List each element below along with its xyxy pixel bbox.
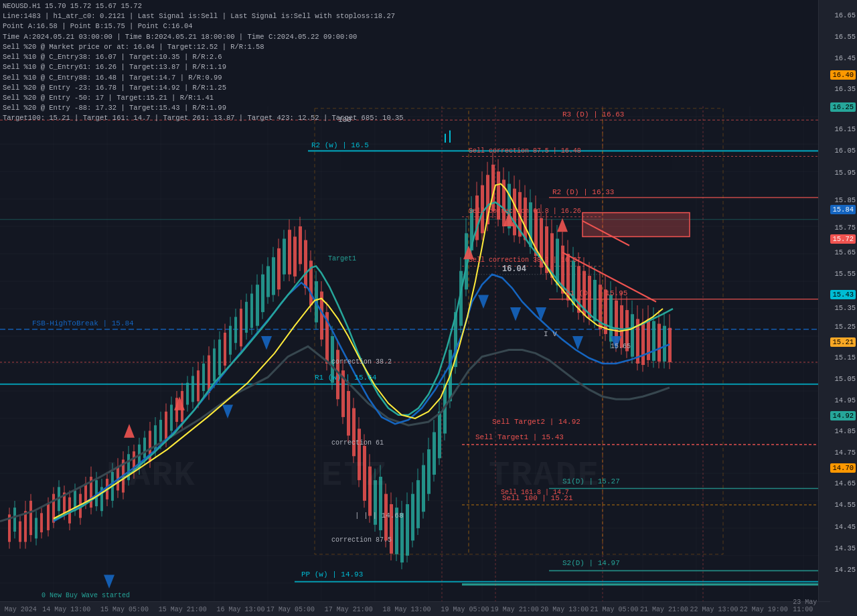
svg-text:Sell correction 87.5 | 16.48: Sell correction 87.5 | 16.48 — [469, 147, 581, 155]
svg-text:R1 (D) | 15.95: R1 (D) | 15.95 — [566, 289, 627, 297]
price-1572: 15.72 — [830, 234, 856, 244]
chart-container: MARK ETZ TRADE NEOUSD.H1 15.70 15.72 15.… — [0, 0, 857, 616]
price-1635: 16.35 — [834, 85, 856, 93]
svg-text:S2(D) | 14.97: S2(D) | 14.97 — [562, 559, 620, 567]
info-panel: NEOUSD.H1 15.70 15.72 15.67 15.72 Line:1… — [3, 1, 404, 124]
time-label-2: 15 May 05:00 — [100, 606, 149, 613]
price-1585: 15.85 — [834, 196, 856, 204]
price-1485: 14.85 — [834, 427, 856, 435]
svg-text:R3 (D) | 16.63: R3 (D) | 16.63 — [562, 110, 624, 119]
svg-rect-60 — [582, 213, 690, 237]
time-label-15: 23 May 11:00 — [793, 599, 817, 613]
svg-text:correction 61: correction 61 — [331, 439, 384, 447]
time-axis: 8 May 2024 14 May 13:00 15 May 05:00 15 … — [0, 601, 830, 616]
price-1543: 15.43 — [830, 290, 856, 299]
price-1655: 16.55 — [834, 33, 856, 41]
svg-text:15.65: 15.65 — [611, 343, 631, 350]
time-label-8: 19 May 05:00 — [441, 606, 489, 613]
price-1492: 14.92 — [830, 411, 856, 420]
price-1555: 15.55 — [834, 270, 856, 278]
header-line5: Sell %20 @ Market price or at: 16.04 | T… — [3, 42, 404, 52]
price-1465: 14.65 — [834, 479, 856, 487]
svg-text:S1(D) | 15.27: S1(D) | 15.27 — [562, 477, 620, 485]
time-label-5: 17 May 05:00 — [266, 606, 315, 613]
price-1435: 14.35 — [834, 544, 856, 552]
svg-text:correction 87.5: correction 87.5 — [331, 536, 392, 544]
header-line7: Sell %10 @ C_Entry61: 16.26 | Target:13.… — [3, 62, 404, 72]
price-1515: 15.15 — [834, 354, 856, 362]
price-1475: 14.75 — [834, 449, 856, 457]
time-label-12: 21 May 21:00 — [640, 606, 688, 613]
header-line10: Sell %20 @ Entry -50: 17 | Target:15.21 … — [3, 93, 404, 103]
price-1505: 15.05 — [834, 375, 856, 383]
price-1470: 14.70 — [830, 463, 856, 473]
header-line1: NEOUSD.H1 15.70 15.72 15.67 15.72 — [3, 1, 404, 11]
time-label-3: 15 May 21:00 — [159, 606, 207, 613]
price-1665: 16.65 — [834, 11, 856, 19]
price-1521: 15.21 — [830, 337, 856, 347]
header-line9: Sell %20 @ Entry -23: 16.78 | Target:14.… — [3, 83, 404, 93]
svg-text:R2 (w) | 16.5: R2 (w) | 16.5 — [311, 141, 369, 149]
svg-text:R2 (D) | 16.33: R2 (D) | 16.33 — [552, 188, 614, 196]
price-1575: 15.75 — [834, 224, 856, 232]
time-label-14: 22 May 19:00 — [740, 606, 788, 613]
svg-text:Sell Target1 | 15.43: Sell Target1 | 15.43 — [475, 433, 564, 441]
time-label-1: 14 May 13:00 — [42, 606, 90, 613]
price-1535: 15.35 — [834, 304, 856, 312]
time-label-0: 8 May 2024 — [0, 606, 37, 613]
price-1455: 14.55 — [834, 501, 856, 509]
price-1565: 15.65 — [834, 248, 856, 256]
time-label-9: 19 May 21:00 — [491, 606, 539, 613]
svg-text:correction 38.2: correction 38.2 — [331, 358, 392, 366]
svg-text:Sell Target2 | 14.92: Sell Target2 | 14.92 — [492, 418, 580, 426]
price-1495: 14.95 — [834, 396, 856, 404]
price-1425: 14.25 — [834, 566, 856, 574]
time-label-6: 17 May 21:00 — [325, 606, 373, 613]
time-label-4: 16 May 13:00 — [217, 606, 265, 613]
header-line8: Sell %10 @ C_Entry88: 16.48 | Target:14.… — [3, 73, 404, 83]
svg-text:| | | 14.68: | | | 14.68 — [355, 512, 404, 520]
time-label-7: 18 May 13:00 — [383, 606, 431, 613]
price-1445: 14.45 — [834, 523, 856, 531]
price-1625: 16.25 — [830, 102, 856, 112]
price-1605: 16.05 — [834, 147, 856, 155]
svg-text:Sell correction 61.8 | 16.26: Sell correction 61.8 | 16.26 — [469, 207, 581, 214]
price-1645: 16.45 — [834, 54, 856, 62]
bottom-info: 0 New Buy Wave started — [42, 592, 130, 599]
time-label-11: 21 May 05:00 — [591, 606, 639, 613]
price-axis: 16.65 16.55 16.45 16.40 16.35 16.25 16.1… — [818, 0, 857, 616]
price-1584: 15.84 — [830, 205, 856, 214]
header-line6: Sell %10 @ C_Entry38: 16.07 | Target:10.… — [3, 52, 404, 62]
svg-text:16.04: 16.04 — [502, 264, 526, 274]
svg-text:PP (w) | 14.93: PP (w) | 14.93 — [301, 570, 363, 578]
header-line4: Time A:2024.05.21 03:00:00 | Time B:2024… — [3, 32, 404, 42]
price-1640: 16.40 — [830, 70, 856, 80]
header-line3: Point A:16.58 | Point B:15.75 | Point C:… — [3, 21, 404, 31]
price-1525: 15.25 — [834, 323, 856, 331]
svg-text:Target1: Target1 — [328, 255, 356, 262]
svg-text:Sell correction 38.2 | 16.07: Sell correction 38.2 | 16.07 — [469, 256, 581, 264]
price-1615: 16.15 — [834, 125, 856, 133]
svg-text:R1 (w) | 15.64: R1 (w) | 15.64 — [315, 373, 377, 381]
price-1595: 15.95 — [834, 169, 856, 177]
time-label-10: 20 May 13:00 — [540, 606, 589, 613]
svg-text:Sell 161.8 | 14.7: Sell 161.8 | 14.7 — [501, 489, 569, 496]
svg-text:FSB-HighToBreak | 15.84: FSB-HighToBreak | 15.84 — [32, 319, 134, 327]
header-line11: Sell %20 @ Entry -88: 17.32 | Target:15.… — [3, 103, 404, 113]
header-line2: Line:1483 | h1_atr_c0: 0.2121 | Last Sig… — [3, 11, 404, 21]
header-line12: Target100: 15.21 | Target 161: 14.7 | Ta… — [3, 113, 404, 123]
new-wave-label: 0 New Buy Wave started — [42, 592, 130, 599]
time-label-13: 22 May 13:00 — [690, 606, 738, 613]
svg-text:I V: I V — [544, 330, 557, 338]
